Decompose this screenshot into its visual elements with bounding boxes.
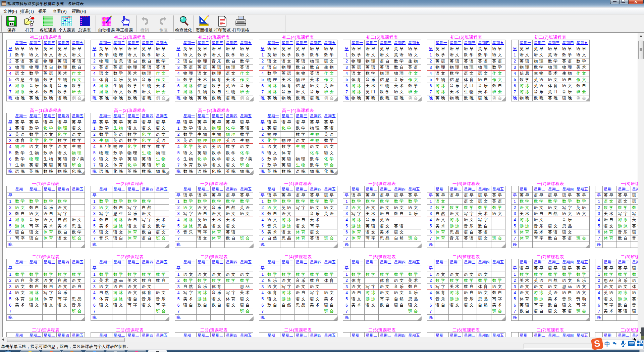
- svg-text:2: 2: [103, 17, 105, 21]
